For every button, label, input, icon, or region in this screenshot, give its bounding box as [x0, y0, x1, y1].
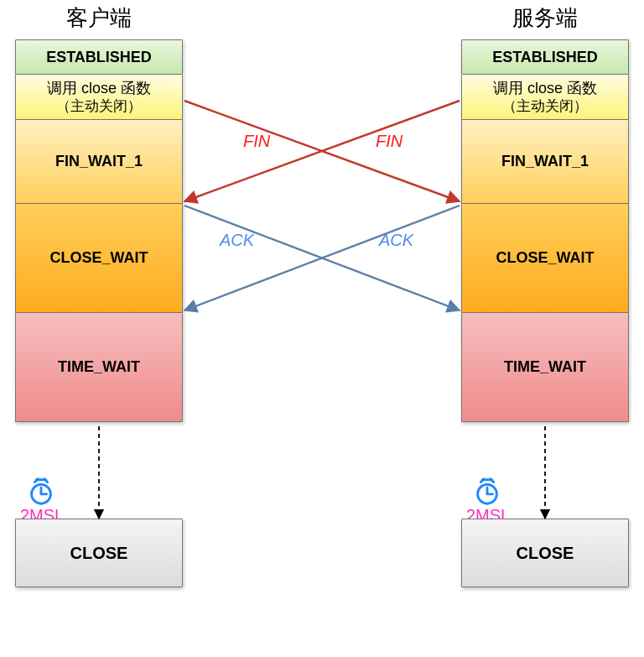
fin-arrow-client-to-server — [184, 101, 460, 201]
ack-label-left: ACK — [219, 231, 256, 249]
ack-arrow-server-to-client — [184, 206, 460, 310]
server-state-time-wait: TIME_WAIT — [461, 313, 629, 422]
server-state-established: ESTABLISHED — [461, 39, 629, 75]
client-state-time-wait: TIME_WAIT — [15, 313, 183, 422]
server-timer-gap: 2MSL — [461, 422, 629, 519]
server-state-close-call: 调用 close 函数 （主动关闭） — [461, 75, 629, 120]
server-state-close: CLOSE — [461, 519, 629, 587]
server-close-call-line2: （主动关闭） — [462, 96, 628, 116]
client-title: 客户端 — [15, 3, 183, 33]
client-state-close-wait: CLOSE_WAIT — [15, 204, 183, 313]
client-timer-gap: 2MSL — [15, 422, 183, 519]
fin-label-right: FIN — [376, 132, 403, 150]
client-state-established: ESTABLISHED — [15, 39, 183, 75]
server-close-call-line1: 调用 close 函数 — [462, 78, 628, 98]
fin-label-left: FIN — [243, 132, 271, 150]
server-title: 服务端 — [461, 3, 629, 33]
fin-arrow-server-to-client — [184, 101, 460, 201]
server-state-stack: ESTABLISHED 调用 close 函数 （主动关闭） FIN_WAIT_… — [461, 39, 629, 422]
ack-label-right: ACK — [378, 231, 415, 249]
server-column: 服务端 ESTABLISHED 调用 close 函数 （主动关闭） FIN_W… — [461, 0, 629, 587]
client-close-call-line1: 调用 close 函数 — [16, 78, 182, 98]
client-state-close: CLOSE — [15, 519, 183, 587]
ack-arrow-client-to-server — [184, 206, 460, 310]
server-state-fin-wait-1: FIN_WAIT_1 — [461, 120, 629, 204]
client-state-close-call: 调用 close 函数 （主动关闭） — [15, 75, 183, 120]
server-state-close-wait: CLOSE_WAIT — [461, 204, 629, 313]
client-state-stack: ESTABLISHED 调用 close 函数 （主动关闭） FIN_WAIT_… — [15, 39, 183, 422]
client-column: 客户端 ESTABLISHED 调用 close 函数 （主动关闭） FIN_W… — [15, 0, 183, 587]
client-state-fin-wait-1: FIN_WAIT_1 — [15, 120, 183, 204]
clock-icon — [25, 475, 57, 507]
client-close-call-line2: （主动关闭） — [16, 96, 182, 116]
clock-icon — [471, 475, 503, 507]
